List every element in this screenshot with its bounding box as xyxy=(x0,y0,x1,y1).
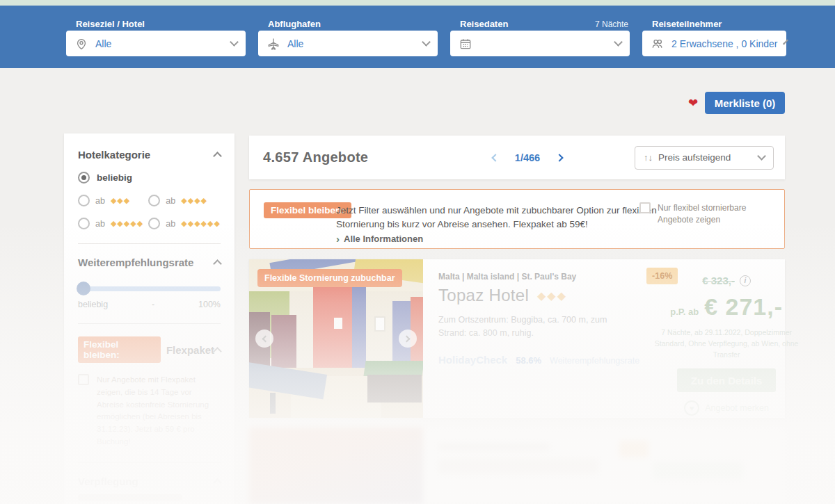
verpflegung-section-header[interactable]: Verpflegung xyxy=(78,475,221,487)
flex-banner-text: Jetzt Filter auswählen und nur Angebote … xyxy=(336,204,663,232)
alle-informationen-label: Alle Informationen xyxy=(344,234,423,244)
price-prefix: p.P. ab xyxy=(670,307,699,317)
chevron-right-icon: › xyxy=(336,233,340,245)
flexible-cancel-filter: Nur flexibel stornierbare Angebote zeige… xyxy=(639,202,766,227)
slider-handle[interactable] xyxy=(77,282,90,295)
travellers-dropdown[interactable]: 2 Erwachsene , 0 Kinder xyxy=(642,31,786,56)
recommendation-rate-label: Weiterempfehlungsrate xyxy=(550,356,639,366)
info-icon[interactable]: i xyxy=(740,275,751,286)
departure-airport-field: Abflughafen Alle xyxy=(258,6,438,68)
hotelkategorie-section-header[interactable]: Hotelkategorie xyxy=(78,149,221,161)
alle-informationen-link[interactable]: › Alle Informationen xyxy=(336,233,423,245)
page-indicator: 1/466 xyxy=(515,152,540,163)
blurred-name-bar xyxy=(438,459,598,474)
recommendation-rate: 58.6% xyxy=(516,355,541,366)
travel-dates-field: Reisedaten 7 Nächte xyxy=(450,6,630,68)
airplane-icon xyxy=(267,37,280,51)
slider-separator: - xyxy=(152,300,154,309)
radio-3stars[interactable] xyxy=(78,195,90,206)
radio-4stars[interactable] xyxy=(148,195,160,206)
category-option-4stars: ab ◆◆◆◆ xyxy=(148,195,221,206)
category-option-3stars: ab ◆◆◆ xyxy=(78,195,144,206)
hotelkategorie-title: Hotelkategorie xyxy=(78,149,150,161)
radio-beliebig[interactable] xyxy=(78,172,90,184)
flexpaket-section-header[interactable]: Flexibel bleiben: Flexpaket xyxy=(78,336,221,363)
chevron-down-icon xyxy=(783,40,788,45)
hotel-result-card: Flexible Stornierung zubuchbar Malta | M… xyxy=(249,259,785,418)
chevron-right-icon xyxy=(404,335,411,342)
flexible-storno-badge: Flexible Stornierung zubuchbar xyxy=(257,269,402,287)
destination-dropdown[interactable]: Alle xyxy=(66,31,246,56)
ab-label: ab xyxy=(95,219,105,229)
hotel-info: Malta | Malta island | St. Paul's Bay To… xyxy=(423,259,639,418)
slider-max-label: 100% xyxy=(198,300,221,309)
flexpaket-title: Flexpaket xyxy=(166,344,214,356)
flexible-cancel-checkbox[interactable] xyxy=(639,202,651,213)
category-option-beliebig: beliebig xyxy=(78,172,221,184)
pagination: 1/466 xyxy=(479,149,576,165)
destination-value: Alle xyxy=(95,38,111,49)
recommendation-slider xyxy=(78,286,221,291)
slider-track[interactable] xyxy=(78,286,221,291)
chevron-down-icon xyxy=(422,38,431,47)
old-price: € 323,- xyxy=(702,275,735,286)
chevron-up-icon xyxy=(213,259,222,268)
divider xyxy=(78,243,221,244)
divider xyxy=(78,323,221,324)
travel-dates-dropdown[interactable] xyxy=(450,31,630,56)
hotel-name[interactable]: Topaz Hotel xyxy=(438,286,529,305)
chevron-left-icon xyxy=(491,154,499,161)
radio-5stars[interactable] xyxy=(78,218,90,229)
ab-label: ab xyxy=(166,196,175,206)
chevron-right-icon xyxy=(555,154,563,161)
flexibel-bleiben-badge: Flexibel bleiben: xyxy=(78,336,161,363)
merkliste-button[interactable]: Merkliste (0) xyxy=(705,92,785,114)
hotel-photo[interactable]: Flexible Stornierung zubuchbar xyxy=(249,259,423,418)
weiterempfehlung-section-header[interactable]: Weiterempfehlungsrate xyxy=(78,257,221,268)
travellers-label: Reiseteilnehmer xyxy=(652,19,722,29)
sort-value: Preis aufsteigend xyxy=(658,152,731,163)
travellers-value: 2 Erwachsene , 0 Kinder xyxy=(671,38,778,49)
next-page-button[interactable] xyxy=(554,149,565,165)
category-option-5stars: ab ◆◆◆◆◆ xyxy=(78,218,144,229)
search-results-page: Reiseziel / Hotel Alle Abflughafen Alle xyxy=(0,0,835,504)
stars-3-icon: ◆◆◆ xyxy=(111,196,130,205)
filter-sidebar: Hotelkategorie beliebig ab ◆◆◆ ab ◆◆◆◆ a… xyxy=(64,133,234,504)
chevron-up-icon xyxy=(213,347,222,356)
slider-labels: beliebig - 100% xyxy=(78,300,221,309)
chevron-up-icon xyxy=(213,152,222,161)
sort-icon: ↑↓ xyxy=(644,152,653,163)
hotel-result-card-blurred xyxy=(249,428,785,504)
heart-outline-icon: ♥ xyxy=(684,400,699,416)
save-offer-button[interactable]: ♥ Angebot merken xyxy=(639,400,813,416)
category-star-options: ab ◆◆◆ ab ◆◆◆◆ ab ◆◆◆◆◆ ab ◆◆◆◆◆◆ xyxy=(78,184,221,229)
photo-prev-button[interactable] xyxy=(255,330,273,348)
radio-6stars[interactable] xyxy=(148,218,160,229)
ab-label: ab xyxy=(166,219,175,229)
people-icon xyxy=(651,37,665,51)
hotel-stars-icon: ◆◆◆ xyxy=(537,289,567,302)
slider-min-label: beliebig xyxy=(78,300,108,309)
flexpaket-checkbox-label: Nur Angebote mit Flexpaket zeigen, die b… xyxy=(97,374,221,448)
details-button[interactable]: Zu den Details xyxy=(677,368,776,392)
save-offer-label: Angebot merken xyxy=(705,403,769,413)
flex-banner: Flexibel bleiben: Jetzt Filter auswählen… xyxy=(249,189,785,249)
prev-page-button[interactable] xyxy=(490,149,501,165)
hotel-photo-blurred xyxy=(249,428,423,504)
travellers-field: Reiseteilnehmer 2 Erwachsene , 0 Kinder xyxy=(642,6,786,68)
chevron-down-icon xyxy=(614,38,623,47)
chevron-down-icon xyxy=(757,152,766,161)
departure-airport-dropdown[interactable]: Alle xyxy=(258,31,438,56)
photo-next-button[interactable] xyxy=(399,330,417,348)
holidaycheck-logo: HolidayCheck xyxy=(438,354,507,366)
destination-label: Reiseziel / Hotel xyxy=(76,19,145,29)
sort-dropdown[interactable]: ↑↓ Preis aufsteigend xyxy=(635,146,774,170)
weiterempfehlung-title: Weiterempfehlungsrate xyxy=(78,257,193,268)
verpflegung-title: Verpflegung xyxy=(78,475,138,487)
nights-sublabel: 7 Nächte xyxy=(595,19,628,29)
flexpaket-checkbox[interactable] xyxy=(78,374,89,385)
departure-airport-label: Abflughafen xyxy=(268,19,321,29)
hotel-location: Malta | Malta island | St. Paul's Bay xyxy=(438,272,639,282)
departure-airport-value: Alle xyxy=(287,38,303,49)
ab-label: ab xyxy=(95,196,105,206)
